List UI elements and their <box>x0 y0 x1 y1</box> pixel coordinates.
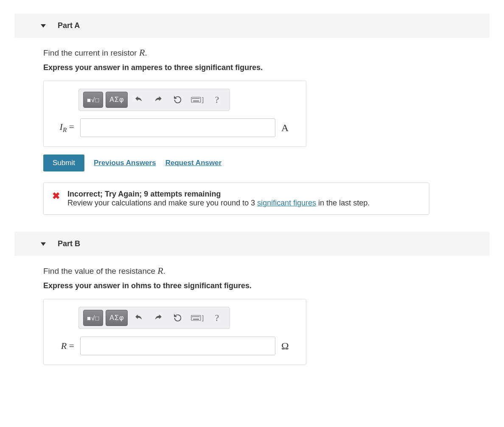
part-b-answer-input[interactable] <box>80 337 275 355</box>
part-a-actions: Submit Previous Answers Request Answer <box>43 155 458 171</box>
equation-toolbar: ■√□ ΑΣφ ] ? <box>78 307 230 329</box>
help-button[interactable]: ? <box>208 310 225 326</box>
svg-rect-6 <box>199 98 199 99</box>
part-a-unit: A <box>281 122 288 134</box>
part-a-header[interactable]: Part A <box>14 14 490 38</box>
reset-icon <box>173 313 182 323</box>
answer-lhs: R = <box>52 340 74 351</box>
redo-button[interactable] <box>150 92 167 108</box>
part-a-answer-input[interactable] <box>80 118 275 137</box>
part-a-content: Find the current in resistor R. Express … <box>0 38 458 215</box>
help-button[interactable]: ? <box>208 92 225 108</box>
prompt-text: Find the value of the resistance <box>43 267 157 275</box>
svg-rect-15 <box>193 319 199 320</box>
caret-down-icon <box>41 24 46 28</box>
previous-answers-link[interactable]: Previous Answers <box>94 159 156 167</box>
svg-rect-7 <box>193 101 199 101</box>
part-a-instruction: Express your answer in amperes to three … <box>43 63 458 72</box>
lhs-var: R <box>61 340 67 351</box>
redo-icon <box>154 95 163 104</box>
svg-rect-12 <box>196 316 197 317</box>
greek-letters-button[interactable]: ΑΣφ <box>106 310 128 326</box>
svg-rect-2 <box>193 98 194 99</box>
prompt-variable: R <box>157 265 163 276</box>
part-a-title: Part A <box>58 21 80 30</box>
reset-icon <box>173 95 182 104</box>
answer-row: IR = A <box>52 118 297 137</box>
reset-button[interactable] <box>169 92 186 108</box>
svg-rect-14 <box>199 316 199 317</box>
part-a-prompt: Find the current in resistor R. <box>43 47 458 58</box>
feedback-body-pre: Review your calculations and make sure y… <box>67 199 257 207</box>
svg-rect-13 <box>197 316 198 317</box>
lhs-var: I <box>60 121 63 132</box>
part-b-content: Find the value of the resistance R. Expr… <box>0 256 458 365</box>
svg-rect-3 <box>195 98 196 99</box>
svg-rect-5 <box>197 98 198 99</box>
prompt-post: . <box>163 267 165 275</box>
incorrect-x-icon: ✖ <box>52 191 60 202</box>
feedback-body: Review your calculations and make sure y… <box>67 199 420 208</box>
undo-button[interactable] <box>130 310 147 326</box>
part-b-instruction: Express your answer in ohms to three sig… <box>43 281 458 290</box>
prompt-post: . <box>145 48 147 57</box>
part-a-answer-box: ■√□ ΑΣφ ] ? IR = A <box>43 81 306 147</box>
feedback-title: Incorrect; Try Again; 9 attempts remaini… <box>67 190 420 199</box>
undo-button[interactable] <box>130 92 147 108</box>
feedback-box: ✖ Incorrect; Try Again; 9 attempts remai… <box>43 183 429 215</box>
keyboard-icon <box>191 315 201 321</box>
keyboard-shortcuts-button[interactable]: ] <box>189 310 206 326</box>
svg-rect-9 <box>192 316 193 317</box>
answer-row: R = Ω <box>52 337 297 355</box>
svg-rect-4 <box>196 98 197 99</box>
prompt-text: Find the current in resistor <box>43 48 139 57</box>
significant-figures-link[interactable]: significant figures <box>257 199 316 207</box>
caret-down-icon <box>41 242 46 246</box>
part-b-answer-box: ■√□ ΑΣφ ] ? R = Ω <box>43 299 306 365</box>
keyboard-shortcuts-button[interactable]: ] <box>189 92 206 108</box>
feedback-body-post: in the last step. <box>316 199 370 207</box>
prompt-variable: R <box>139 47 145 58</box>
redo-button[interactable] <box>150 310 167 326</box>
undo-icon <box>134 313 143 323</box>
equation-toolbar: ■√□ ΑΣφ ] ? <box>78 89 230 111</box>
part-b-title: Part B <box>58 239 80 248</box>
svg-rect-0 <box>191 97 201 102</box>
redo-icon <box>154 313 163 323</box>
equals-sign: = <box>67 340 74 351</box>
submit-button[interactable]: Submit <box>43 155 84 171</box>
svg-rect-11 <box>195 316 196 317</box>
math-templates-button[interactable]: ■√□ <box>83 92 103 108</box>
svg-rect-1 <box>192 98 193 99</box>
part-b-unit: Ω <box>281 340 289 352</box>
keyboard-icon <box>191 97 201 103</box>
greek-letters-button[interactable]: ΑΣφ <box>106 92 128 108</box>
svg-rect-8 <box>191 315 201 320</box>
reset-button[interactable] <box>169 310 186 326</box>
undo-icon <box>134 95 143 104</box>
svg-rect-10 <box>193 316 194 317</box>
equals-sign: = <box>67 121 74 132</box>
part-b-prompt: Find the value of the resistance R. <box>43 265 458 276</box>
math-templates-button[interactable]: ■√□ <box>83 310 103 326</box>
lhs-sub: R <box>63 127 67 134</box>
answer-lhs: IR = <box>52 121 74 134</box>
part-b-header[interactable]: Part B <box>14 232 490 256</box>
request-answer-link[interactable]: Request Answer <box>165 159 222 167</box>
